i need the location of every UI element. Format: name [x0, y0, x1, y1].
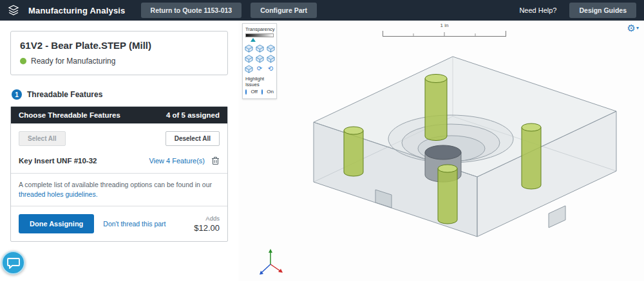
highlight-off-radio[interactable]	[245, 89, 247, 95]
app-logo-icon	[8, 5, 19, 16]
gear-icon: ⚙	[627, 23, 636, 33]
selection-buttons-row: Select All Deselect All	[19, 131, 220, 146]
price-adds: Adds $12.00	[194, 215, 220, 233]
view-tools-panel: Transparency	[242, 23, 277, 99]
section-title: Threadable Features	[27, 90, 102, 99]
panel-body: Select All Deselect All Key Insert UNF #…	[11, 123, 227, 173]
viewer-area: Transparency	[238, 21, 644, 281]
need-help-link[interactable]: Need Help?	[519, 6, 556, 14]
chat-widget-button[interactable]	[1, 251, 25, 275]
feature-row: Key Insert UNF #10-32 View 4 Feature(s)	[19, 156, 220, 165]
panel-footer: Done Assigning Don't thread this part Ad…	[11, 206, 227, 241]
trash-icon[interactable]	[211, 156, 220, 165]
feature-name: Key Insert UNF #10-32	[19, 157, 97, 165]
select-all-button[interactable]: Select All	[19, 131, 66, 146]
return-to-quote-button[interactable]: Return to Quote 1153-013	[141, 3, 242, 18]
highlight-on-label: On	[267, 89, 274, 95]
part-title: 61V2 - Bear Plate.STEP (Mill)	[20, 40, 218, 51]
threaded-holes-guidelines-link[interactable]: threaded holes guidelines.	[19, 190, 98, 198]
configure-part-button[interactable]: Configure Part	[251, 3, 317, 18]
done-assigning-button[interactable]: Done Assigning	[19, 214, 94, 233]
design-guides-button[interactable]: Design Guides	[569, 3, 636, 18]
viewer-settings-button[interactable]: ⚙ ▾	[627, 23, 639, 33]
view-orientation-grid: ⟳ ⟲	[245, 44, 274, 73]
scale-ruler-line	[383, 30, 506, 37]
view-cube-bottom-icon[interactable]	[244, 64, 254, 73]
scale-ruler-label: 1 in	[383, 23, 506, 28]
step-number-badge: 1	[12, 89, 22, 100]
highlight-off-label: Off	[251, 89, 258, 95]
guidelines-text: A complete list of available threading o…	[19, 181, 212, 188]
threaded-hole-cylinder-back[interactable]	[425, 75, 447, 141]
rotate-ccw-icon[interactable]: ⟲	[266, 64, 276, 73]
axis-triad-icon	[258, 248, 285, 277]
view-cube-back-icon[interactable]	[266, 54, 276, 63]
scale-ruler: 1 in	[383, 23, 506, 40]
assigned-count-badge: 4 of 5 assigned	[166, 111, 220, 119]
feature-actions: View 4 Feature(s)	[149, 156, 220, 165]
adds-price: $12.00	[194, 223, 220, 233]
transparency-slider-handle[interactable]	[251, 38, 256, 42]
transparency-label: Transparency	[245, 26, 274, 32]
transparency-slider[interactable]	[245, 33, 274, 37]
section-header: 1 Threadable Features	[12, 89, 228, 100]
left-panel: 61V2 - Bear Plate.STEP (Mill) Ready for …	[0, 21, 238, 281]
topbar: Manufacturing Analysis Return to Quote 1…	[0, 0, 644, 21]
view-cube-right-icon[interactable]	[244, 54, 254, 63]
rotate-cw-icon[interactable]: ⟳	[255, 64, 265, 73]
highlight-on-radio[interactable]	[261, 89, 263, 95]
dont-thread-link[interactable]: Don't thread this part	[103, 220, 166, 228]
threaded-hole-cylinder-left[interactable]	[344, 127, 363, 176]
chevron-down-icon: ▾	[636, 25, 639, 31]
view-cube-front-icon[interactable]	[255, 44, 265, 53]
highlight-issues-label: Highlight Issues	[245, 76, 274, 87]
view-cube-top-icon[interactable]	[266, 44, 276, 53]
deselect-all-button[interactable]: Deselect All	[166, 131, 220, 146]
view-cube-left-icon[interactable]	[255, 54, 265, 63]
main-content: 61V2 - Bear Plate.STEP (Mill) Ready for …	[0, 21, 644, 281]
status-dot-icon	[20, 58, 26, 64]
view-features-link[interactable]: View 4 Feature(s)	[149, 157, 205, 165]
threaded-hole-cylinder-front[interactable]	[438, 165, 457, 224]
highlight-issues-toggle: Off On	[245, 89, 274, 95]
threadable-features-panel: Choose Threadable Features 4 of 5 assign…	[10, 106, 228, 242]
panel-header: Choose Threadable Features 4 of 5 assign…	[11, 107, 227, 123]
3d-model-viewport[interactable]	[238, 21, 644, 281]
status-text: Ready for Manufacturing	[31, 57, 115, 66]
chat-bubble-icon	[7, 257, 20, 269]
threaded-hole-cylinder-right[interactable]	[522, 123, 541, 189]
part-card: 61V2 - Bear Plate.STEP (Mill) Ready for …	[10, 31, 228, 75]
adds-label: Adds	[194, 215, 220, 222]
status-row: Ready for Manufacturing	[20, 57, 218, 66]
guidelines-note: A complete list of available threading o…	[11, 173, 227, 206]
app-title: Manufacturing Analysis	[28, 6, 126, 15]
panel-header-title: Choose Threadable Features	[19, 111, 120, 119]
view-cube-iso-icon[interactable]	[244, 44, 254, 53]
